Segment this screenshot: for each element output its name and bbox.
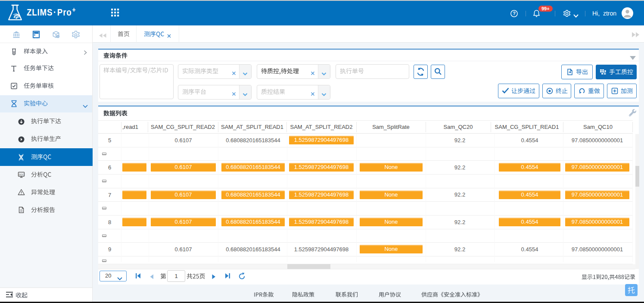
svg-text:?: ?: [513, 11, 516, 16]
svg-text:DOC: DOC: [19, 173, 24, 176]
